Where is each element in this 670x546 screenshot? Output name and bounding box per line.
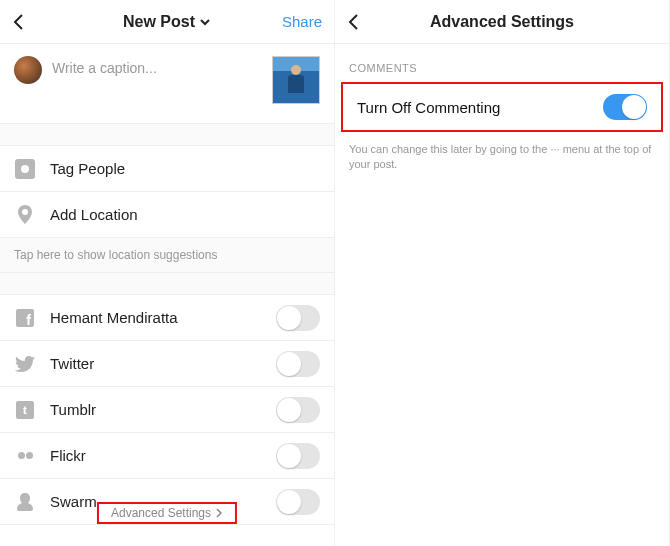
back-icon[interactable] (12, 12, 26, 32)
turn-off-commenting-row[interactable]: Turn Off Commenting (341, 82, 663, 132)
person-icon (15, 159, 35, 179)
new-post-screen: New Post Share Write a caption... Tag Pe… (0, 0, 335, 546)
post-thumbnail[interactable] (272, 56, 320, 104)
commenting-hint: You can change this later by going to th… (335, 132, 669, 183)
share-row-flickr[interactable]: Flickr (0, 433, 334, 479)
svg-point-0 (22, 209, 28, 215)
back-icon[interactable] (347, 12, 361, 32)
flickr-icon (18, 452, 33, 459)
turn-off-commenting-toggle[interactable] (603, 94, 647, 120)
share-row-tumblr[interactable]: t Tumblr (0, 387, 334, 433)
chevron-down-icon (199, 16, 211, 28)
swarm-icon (14, 493, 36, 511)
flickr-toggle[interactable] (276, 443, 320, 469)
advanced-settings-link[interactable]: Advanced Settings (97, 502, 237, 524)
caption-input[interactable]: Write a caption... (52, 56, 262, 76)
header: New Post Share (0, 0, 334, 44)
tumblr-toggle[interactable] (276, 397, 320, 423)
advanced-settings-screen: Advanced Settings COMMENTS Turn Off Comm… (335, 0, 670, 546)
header: Advanced Settings (335, 0, 669, 44)
page-title: Advanced Settings (407, 13, 597, 31)
swarm-toggle[interactable] (276, 489, 320, 515)
tag-people-row[interactable]: Tag People (0, 146, 334, 192)
comments-section-label: COMMENTS (335, 44, 669, 82)
share-row-facebook[interactable]: Hemant Mendiratta (0, 295, 334, 341)
share-row-twitter[interactable]: Twitter (0, 341, 334, 387)
share-button[interactable]: Share (282, 13, 322, 30)
twitter-toggle[interactable] (276, 351, 320, 377)
twitter-icon (14, 356, 36, 372)
location-hint[interactable]: Tap here to show location suggestions (0, 238, 334, 273)
facebook-toggle[interactable] (276, 305, 320, 331)
location-icon (14, 205, 36, 225)
page-title[interactable]: New Post (72, 13, 262, 31)
avatar (14, 56, 42, 84)
facebook-icon (16, 309, 34, 327)
tumblr-icon: t (16, 401, 34, 419)
add-location-row[interactable]: Add Location (0, 192, 334, 238)
chevron-right-icon (215, 508, 223, 518)
